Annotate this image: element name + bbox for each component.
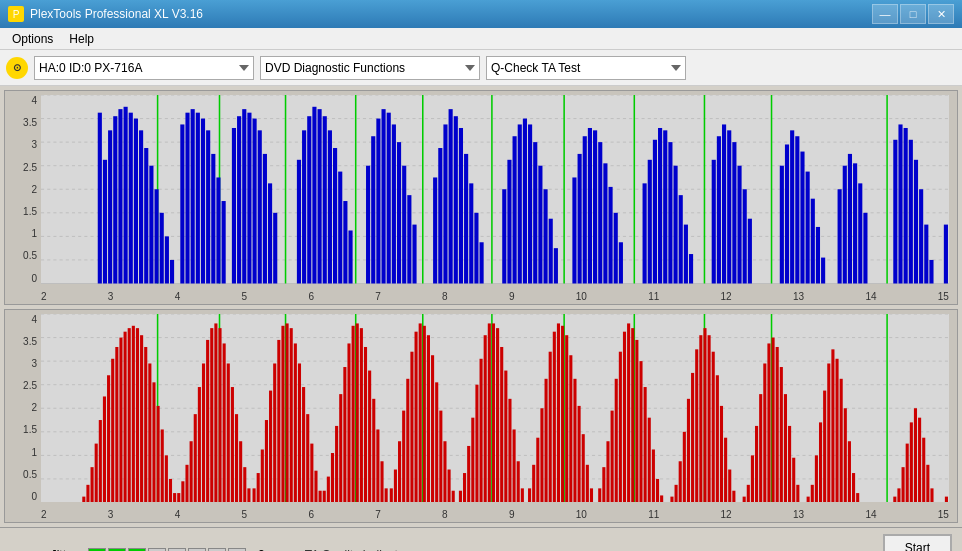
svg-rect-42: [216, 177, 220, 283]
svg-rect-134: [848, 154, 852, 284]
close-button[interactable]: ✕: [928, 4, 954, 24]
svg-rect-65: [371, 136, 375, 283]
svg-rect-335: [796, 484, 799, 502]
svg-rect-173: [103, 396, 106, 502]
svg-rect-78: [454, 116, 458, 283]
svg-rect-181: [136, 328, 139, 502]
svg-rect-330: [776, 346, 779, 502]
top-chart-svg: [41, 95, 949, 284]
svg-rect-356: [922, 437, 925, 502]
svg-rect-333: [788, 425, 791, 502]
jitter-cell-6: [188, 548, 206, 552]
y-label-15: 1.5: [7, 206, 37, 217]
svg-rect-316: [712, 351, 715, 502]
svg-rect-234: [356, 323, 359, 502]
svg-rect-55: [307, 116, 311, 283]
y-label-25: 2.5: [7, 162, 37, 173]
svg-rect-103: [614, 213, 618, 284]
svg-rect-305: [660, 495, 663, 502]
svg-rect-136: [858, 183, 862, 283]
y-label-3-b: 3: [7, 358, 37, 369]
y-label-4: 4: [7, 95, 37, 106]
svg-rect-89: [528, 124, 532, 283]
svg-rect-271: [513, 429, 516, 502]
svg-rect-195: [194, 414, 197, 502]
svg-rect-290: [598, 488, 601, 502]
action-section: Start i: [883, 534, 952, 552]
svg-rect-355: [918, 417, 921, 502]
svg-rect-66: [376, 119, 380, 284]
svg-rect-269: [504, 370, 507, 502]
svg-rect-225: [319, 490, 322, 502]
svg-rect-54: [302, 130, 306, 283]
test-select[interactable]: Q-Check TA Test: [486, 56, 686, 80]
svg-rect-318: [720, 405, 723, 502]
title-bar-left: P PlexTools Professional XL V3.16: [8, 6, 203, 22]
svg-rect-256: [448, 469, 451, 502]
svg-rect-168: [82, 496, 85, 502]
svg-rect-184: [148, 363, 151, 502]
svg-rect-20: [98, 113, 102, 284]
svg-rect-61: [338, 172, 342, 284]
svg-rect-349: [893, 496, 896, 502]
svg-rect-88: [523, 119, 527, 284]
svg-rect-140: [904, 128, 908, 284]
x-label-5-b: 5: [242, 509, 248, 520]
svg-rect-139: [898, 124, 902, 283]
svg-rect-205: [235, 414, 238, 502]
x-label-13-b: 13: [793, 509, 804, 520]
function-select[interactable]: DVD Diagnostic Functions: [260, 56, 480, 80]
x-label-2: 2: [41, 291, 47, 302]
svg-rect-264: [484, 335, 487, 502]
svg-rect-94: [554, 248, 558, 283]
svg-rect-307: [675, 484, 678, 502]
menu-options[interactable]: Options: [4, 30, 61, 48]
svg-rect-98: [588, 128, 592, 284]
svg-rect-218: [290, 328, 293, 502]
device-select[interactable]: HA:0 ID:0 PX-716A: [34, 56, 254, 80]
svg-rect-227: [327, 476, 330, 502]
svg-rect-138: [893, 140, 897, 284]
x-label-4-b: 4: [175, 509, 181, 520]
svg-rect-245: [402, 410, 405, 502]
y-label-05: 0.5: [7, 250, 37, 261]
svg-rect-108: [658, 128, 662, 284]
x-label-12-b: 12: [721, 509, 732, 520]
svg-rect-178: [124, 331, 127, 502]
svg-rect-311: [691, 372, 694, 502]
svg-rect-263: [480, 358, 483, 502]
svg-rect-28: [139, 130, 143, 283]
svg-rect-122: [748, 219, 752, 284]
svg-rect-201: [218, 328, 221, 502]
svg-rect-223: [310, 443, 313, 502]
svg-rect-45: [237, 116, 241, 283]
svg-rect-345: [844, 408, 847, 502]
minimize-button[interactable]: —: [872, 4, 898, 24]
svg-rect-354: [914, 408, 917, 502]
maximize-button[interactable]: □: [900, 4, 926, 24]
svg-rect-272: [517, 461, 520, 502]
svg-rect-46: [242, 109, 246, 283]
svg-rect-325: [755, 425, 758, 502]
svg-rect-268: [500, 346, 503, 502]
svg-rect-71: [402, 166, 406, 284]
svg-rect-59: [328, 130, 332, 283]
svg-rect-221: [302, 387, 305, 502]
menu-help[interactable]: Help: [61, 30, 102, 48]
svg-rect-327: [763, 363, 766, 502]
svg-rect-262: [475, 384, 478, 502]
svg-rect-50: [263, 154, 267, 284]
y-label-15-b: 1.5: [7, 424, 37, 435]
start-button[interactable]: Start: [883, 534, 952, 552]
svg-rect-357: [926, 464, 929, 502]
svg-rect-208: [247, 488, 250, 502]
svg-rect-115: [712, 160, 716, 284]
jitter-cell-4: [148, 548, 166, 552]
svg-rect-324: [751, 455, 754, 502]
svg-rect-243: [394, 469, 397, 502]
y-label-05-b: 0.5: [7, 469, 37, 480]
svg-rect-344: [840, 378, 843, 502]
svg-rect-299: [635, 339, 638, 502]
svg-rect-82: [474, 213, 478, 284]
svg-rect-288: [586, 464, 589, 502]
